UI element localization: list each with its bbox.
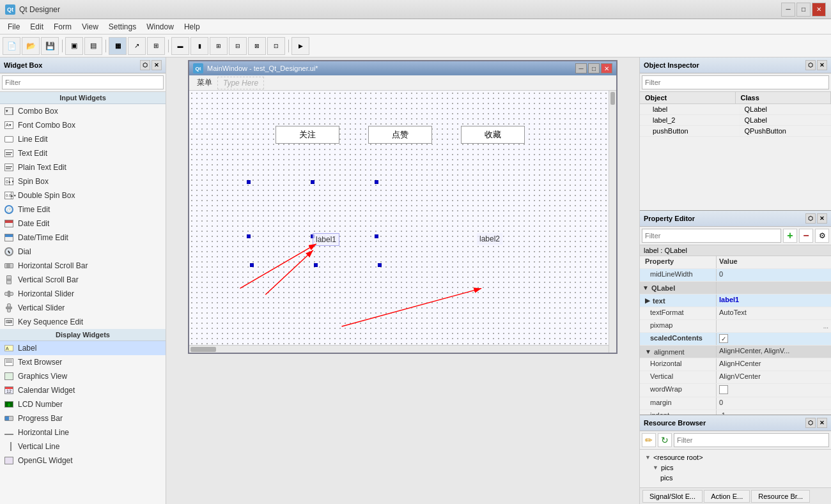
- property-add-btn[interactable]: +: [783, 229, 797, 243]
- close-button[interactable]: ✕: [812, 3, 826, 17]
- res-edit-btn[interactable]: ✏: [642, 433, 656, 447]
- widget-item-v-scroll-bar[interactable]: Vertical Scroll Bar: [0, 273, 166, 287]
- canvas-btn-guanzhu[interactable]: 关注: [276, 126, 339, 144]
- widget-item-date-edit[interactable]: Date Edit: [0, 217, 166, 231]
- widget-box-float[interactable]: ⬡: [140, 60, 150, 70]
- toolbar-new[interactable]: 📄: [3, 37, 20, 55]
- menu-form[interactable]: Form: [49, 21, 77, 33]
- widget-item-line-edit[interactable]: Line Edit: [0, 132, 166, 146]
- resource-browser-close[interactable]: ✕: [817, 418, 827, 428]
- resource-filter-input[interactable]: [674, 433, 829, 447]
- prop-row-vertical[interactable]: Vertical AlignVCenter: [640, 371, 831, 384]
- widget-item-v-slider[interactable]: Vertical Slider: [0, 301, 166, 315]
- toolbar-layout-v[interactable]: ▮: [190, 37, 208, 55]
- menu-help[interactable]: Help: [179, 21, 205, 33]
- widget-item-text-edit[interactable]: Text Edit: [0, 146, 166, 160]
- canvas-btn-shoucang[interactable]: 收藏: [461, 126, 525, 144]
- widget-item-opengl[interactable]: OpenGL Widget: [0, 454, 166, 468]
- widget-item-dial[interactable]: Dial: [0, 245, 166, 259]
- property-remove-btn[interactable]: −: [799, 229, 813, 243]
- prop-row-pixmap[interactable]: pixmap ...: [640, 320, 831, 333]
- tab-signal-slot[interactable]: Signal/Slot E...: [642, 490, 703, 503]
- widget-item-double-spin-box[interactable]: 0.0▲▼ Double Spin Box: [0, 188, 166, 202]
- toolbar-layout-form[interactable]: ⊟: [229, 37, 247, 55]
- prop-row-wordwrap[interactable]: wordWrap: [640, 384, 831, 397]
- canvas-hscrollbar[interactable]: [189, 345, 609, 353]
- mdi-menu-item-0[interactable]: 菜单: [192, 76, 217, 89]
- widget-item-h-slider[interactable]: Horizontal Slider: [0, 287, 166, 301]
- prop-row-textformat[interactable]: textFormat AutoText: [640, 307, 831, 320]
- scaledcontents-checkbox[interactable]: [719, 334, 728, 343]
- property-editor-float[interactable]: ⬡: [805, 213, 816, 224]
- widget-item-plain-text-edit[interactable]: Plain Text Edit: [0, 160, 166, 174]
- widget-item-label[interactable]: A Label: [0, 341, 166, 355]
- widget-item-graphics-view[interactable]: Graphics View: [0, 369, 166, 383]
- widget-box-close[interactable]: ✕: [151, 60, 162, 70]
- minimize-button[interactable]: ─: [781, 3, 795, 17]
- widget-item-text-browser[interactable]: Text Browser: [0, 355, 166, 369]
- prop-row-indent[interactable]: indent -1: [640, 410, 831, 415]
- menu-file[interactable]: File: [3, 21, 25, 33]
- mdi-minimize-btn[interactable]: ─: [575, 63, 587, 73]
- widget-item-time-edit[interactable]: 🕐 Time Edit: [0, 202, 166, 217]
- menu-window[interactable]: Window: [141, 21, 179, 33]
- resource-browser-float[interactable]: ⬡: [805, 418, 816, 428]
- res-item-pics-parent[interactable]: ▼ pics: [642, 462, 828, 473]
- prop-row-midlinewidth[interactable]: midLineWidth 0: [640, 269, 831, 282]
- menu-view[interactable]: View: [77, 21, 104, 33]
- res-item-root[interactable]: ▼ <resource root>: [642, 452, 828, 462]
- menu-edit[interactable]: Edit: [25, 21, 49, 33]
- toolbar-adjust[interactable]: ⊡: [267, 37, 285, 55]
- canvas-btn-dianza[interactable]: 点赞: [368, 126, 432, 144]
- toolbar-copy[interactable]: ▤: [84, 37, 102, 55]
- toolbar-break-layout[interactable]: ⊠: [248, 37, 266, 55]
- toolbar-widget-edit[interactable]: ▦: [109, 37, 127, 55]
- widget-item-progress-bar[interactable]: Progress Bar: [0, 411, 166, 425]
- object-row-label[interactable]: label QLabel: [640, 104, 831, 115]
- toolbar-save[interactable]: 💾: [41, 37, 59, 55]
- widget-item-h-line[interactable]: Horizontal Line: [0, 425, 166, 439]
- toolbar-signal-edit[interactable]: ↗: [128, 37, 146, 55]
- res-reload-btn[interactable]: ↻: [658, 433, 672, 447]
- toolbar-layout-grid[interactable]: ⊞: [210, 37, 228, 55]
- prop-row-scaledcontents[interactable]: scaledContents: [640, 333, 831, 346]
- menu-settings[interactable]: Settings: [104, 21, 141, 33]
- prop-row-horizontal[interactable]: Horizontal AlignHCenter: [640, 358, 831, 371]
- canvas-label-1[interactable]: label1: [313, 233, 339, 246]
- toolbar-open[interactable]: 📂: [22, 37, 40, 55]
- widget-item-key-sequence-edit[interactable]: ⌨ Key Sequence Edit: [0, 315, 166, 329]
- prop-row-text[interactable]: ▶text label1: [640, 294, 831, 307]
- object-inspector-float[interactable]: ⬡: [805, 60, 816, 70]
- object-row-label2[interactable]: label_2 QLabel: [640, 115, 831, 126]
- widget-item-lcd-number[interactable]: 0 LCD Number: [0, 397, 166, 411]
- property-config-btn[interactable]: ⚙: [815, 229, 829, 243]
- prop-row-margin[interactable]: margin 0: [640, 397, 831, 410]
- res-item-pics-child[interactable]: pics: [642, 473, 828, 483]
- canvas-vscrollbar[interactable]: [609, 91, 616, 353]
- object-filter-input[interactable]: [642, 75, 829, 89]
- widget-item-v-line[interactable]: Vertical Line: [0, 439, 166, 454]
- object-inspector-close[interactable]: ✕: [817, 60, 827, 70]
- wordwrap-checkbox[interactable]: [719, 385, 728, 394]
- widget-filter-input[interactable]: [2, 75, 164, 89]
- widget-item-calendar[interactable]: 12 Calendar Widget: [0, 383, 166, 397]
- canvas-area[interactable]: 关注 点赞 收藏 label1 label2: [189, 91, 616, 353]
- mdi-menu-item-1[interactable]: Type Here: [217, 77, 264, 89]
- property-editor-close[interactable]: ✕: [817, 213, 827, 224]
- property-filter-input[interactable]: [642, 229, 781, 243]
- maximize-button[interactable]: □: [796, 3, 811, 17]
- tab-resource-browser[interactable]: Resource Br...: [751, 490, 810, 503]
- mdi-restore-btn[interactable]: □: [588, 63, 600, 73]
- widget-item-font-combo-box[interactable]: A▾ Font Combo Box: [0, 118, 166, 132]
- pixmap-dots[interactable]: ...: [823, 323, 828, 330]
- tab-action-editor[interactable]: Action E...: [704, 490, 750, 503]
- canvas-label-2[interactable]: label2: [477, 233, 502, 245]
- toolbar-buddy-edit[interactable]: ⊞: [147, 37, 165, 55]
- toolbar-preview[interactable]: ▶: [291, 37, 309, 55]
- prop-row-alignment[interactable]: ▼alignment AlignHCenter, AlignV...: [640, 346, 831, 358]
- widget-item-spin-box[interactable]: 0▲▼ Spin Box: [0, 174, 166, 188]
- widget-item-h-scroll-bar[interactable]: Horizontal Scroll Bar: [0, 259, 166, 273]
- object-row-pushbutton[interactable]: pushButton QPushButton: [640, 126, 831, 137]
- widget-item-datetime-edit[interactable]: Date/Time Edit: [0, 231, 166, 245]
- mdi-close-btn[interactable]: ✕: [601, 63, 612, 73]
